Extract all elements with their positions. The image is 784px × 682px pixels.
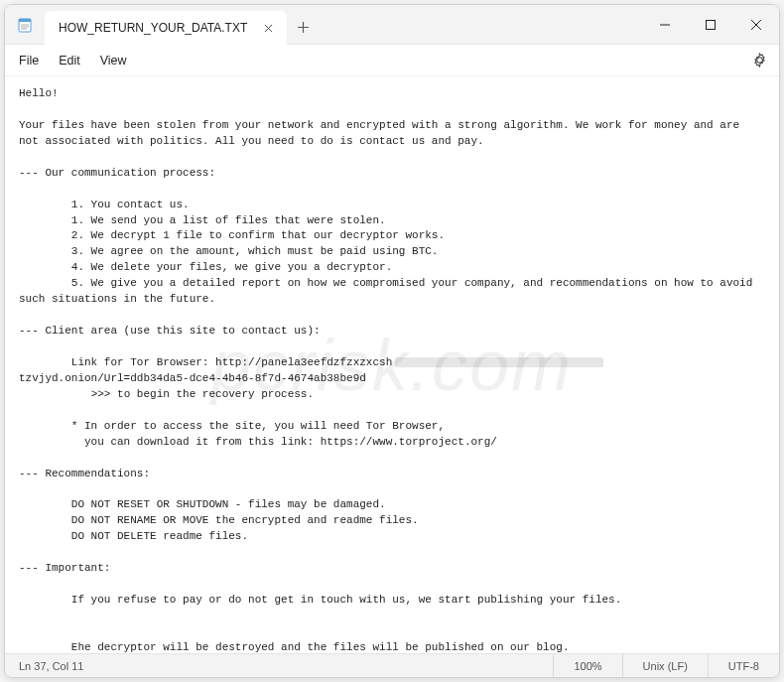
statusbar: Ln 37, Col 11 100% Unix (LF) UTF-8 [5,653,779,677]
menu-edit[interactable]: Edit [49,50,90,71]
menubar: File Edit View [5,45,779,76]
text-line: --- Client area (use this site to contac… [19,325,321,337]
close-icon [264,24,273,33]
svg-rect-1 [19,19,31,22]
status-line-ending[interactable]: Unix (LF) [622,654,708,677]
tab-close-button[interactable] [259,19,277,37]
status-zoom[interactable]: 100% [553,654,621,677]
text-line: you can download it from this link: http… [71,436,497,448]
new-tab-button[interactable] [287,11,319,44]
redacted-segment [395,357,603,367]
text-line: If you refuse to pay or do not get in to… [71,594,622,606]
menu-view[interactable]: View [90,50,137,71]
text-line: 1. We send you a list of files that were… [71,214,386,226]
close-window-button[interactable] [733,5,779,44]
titlebar: HOW_RETURN_YOUR_DATA.TXT [5,5,779,45]
text-line: 5. We give you a detailed report on how … [19,277,759,305]
plus-icon [298,22,309,33]
settings-button[interactable] [743,45,775,76]
text-line: --- Recommendations: [19,468,150,479]
svg-rect-10 [707,20,716,29]
status-encoding[interactable]: UTF-8 [708,654,779,677]
text-line: * In order to access the site, you will … [71,420,445,432]
text-line: tzvjyd.onion/Url=ddb34da5-dce4-4b46-8f7d… [19,372,366,384]
close-icon [751,20,761,30]
text-line: 1. You contact us. [71,199,190,210]
app-icon [5,5,45,44]
status-position[interactable]: Ln 37, Col 11 [5,660,553,672]
text-line: 4. We delete your files, we give you a d… [71,261,392,273]
text-line: >>> to begin the recovery process. [91,388,314,400]
text-line: Link for Tor Browser: http://panela3eefd… [71,356,392,368]
maximize-button[interactable] [688,5,733,44]
text-line: DO NOT DELETE readme files. [71,530,248,542]
text-line: DO NOT RENAME OR MOVE the encrypted and … [71,514,419,526]
tab-active[interactable]: HOW_RETURN_YOUR_DATA.TXT [45,11,287,45]
minimize-button[interactable] [642,5,688,44]
window: HOW_RETURN_YOUR_DATA.TXT File Edit View [4,4,780,678]
text-line: --- Our communication process: [19,167,215,179]
text-line: Hello! [19,87,59,99]
text-line: 2. We decrypt 1 file to confirm that our… [71,229,445,241]
minimize-icon [660,20,670,30]
notepad-icon [17,17,33,33]
gear-icon [752,53,767,68]
text-line: --- Important: [19,562,110,574]
text-line: Your files have been stolen from your ne… [19,119,746,147]
menu-file[interactable]: File [9,50,49,71]
text-content[interactable]: Hello! Your files have been stolen from … [5,76,779,653]
text-line: Ehe decryptor will be destroyed and the … [71,641,570,653]
text-line: 3. We agree on the amount, which must be… [71,245,439,257]
text-line: DO NOT RESET OR SHUTDOWN - files may be … [71,498,386,510]
window-controls [642,5,779,44]
tab-title: HOW_RETURN_YOUR_DATA.TXT [59,21,247,35]
maximize-icon [706,20,716,30]
